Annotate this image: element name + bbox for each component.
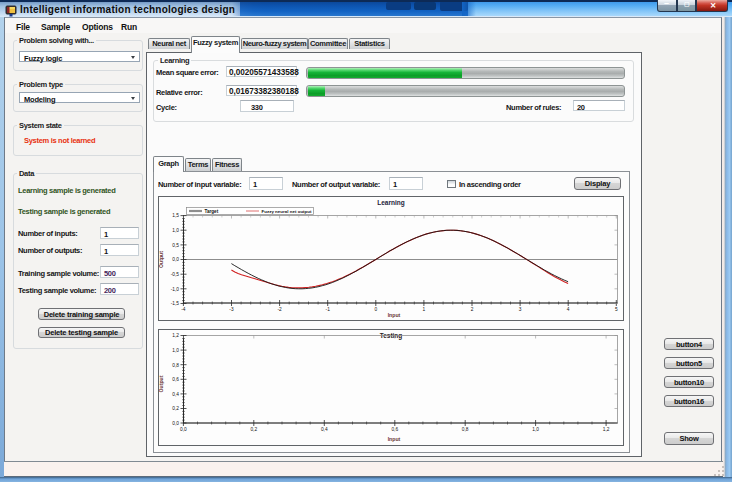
svg-text:5: 5 [615, 307, 618, 312]
svg-text:Fuzzy neural net output: Fuzzy neural net output [262, 209, 313, 214]
svg-text:0: 0 [374, 307, 377, 312]
svg-text:-4: -4 [181, 307, 186, 312]
svg-text:2: 2 [471, 307, 474, 312]
svg-text:1,5: 1,5 [172, 213, 179, 218]
svg-text:0,8: 0,8 [462, 427, 469, 432]
svg-text:Output: Output [158, 251, 164, 268]
svg-text:Testing: Testing [380, 332, 403, 340]
svg-text:0,2: 0,2 [172, 406, 179, 411]
svg-text:1,0: 1,0 [532, 427, 539, 432]
svg-text:-3: -3 [229, 307, 234, 312]
svg-text:4: 4 [567, 307, 570, 312]
svg-text:1,0: 1,0 [172, 228, 179, 233]
svg-text:1,2: 1,2 [603, 427, 610, 432]
svg-text:0,0: 0,0 [172, 421, 179, 426]
svg-text:0,6: 0,6 [172, 377, 179, 382]
svg-text:0,5: 0,5 [172, 243, 179, 248]
svg-text:Input: Input [388, 436, 401, 442]
svg-text:3: 3 [519, 307, 522, 312]
svg-text:1,2: 1,2 [172, 333, 179, 338]
svg-text:Learning: Learning [377, 199, 404, 207]
svg-text:1: 1 [423, 307, 426, 312]
svg-text:0,8: 0,8 [172, 363, 179, 368]
svg-text:0,4: 0,4 [321, 427, 328, 432]
svg-text:Target: Target [205, 209, 219, 214]
svg-text:-1: -1 [326, 307, 331, 312]
svg-text:-2: -2 [277, 307, 282, 312]
svg-text:-0,5: -0,5 [171, 272, 180, 277]
svg-text:Input: Input [388, 312, 401, 318]
svg-text:0,0: 0,0 [172, 257, 179, 262]
svg-text:0,0: 0,0 [180, 427, 187, 432]
svg-text:0,4: 0,4 [172, 392, 179, 397]
svg-text:0,2: 0,2 [250, 427, 257, 432]
svg-text:1,0: 1,0 [172, 348, 179, 353]
svg-text:-1,5: -1,5 [171, 301, 180, 306]
svg-text:-1,0: -1,0 [171, 287, 180, 292]
svg-text:Output: Output [158, 375, 164, 392]
svg-text:0,6: 0,6 [391, 427, 398, 432]
